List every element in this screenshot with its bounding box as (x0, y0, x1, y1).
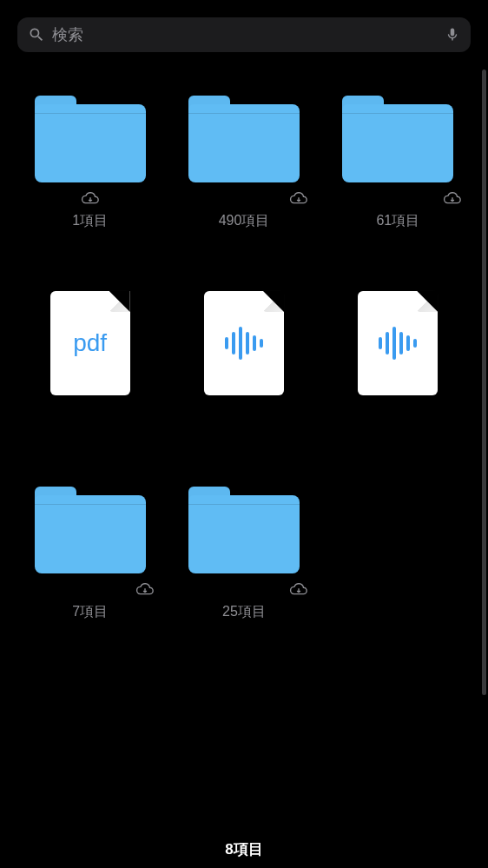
folder-icon (35, 487, 146, 573)
cloud-download-icon (135, 582, 155, 598)
file-item-pdf[interactable]: pdf (17, 291, 162, 443)
empty-cell (326, 487, 471, 639)
folder-item[interactable]: 25項目 (171, 487, 316, 639)
folder-item[interactable]: 490項目 (171, 96, 316, 248)
folder-icon (188, 487, 300, 573)
item-count-footer: 8項目 (0, 831, 488, 868)
file-item-audio[interactable] (326, 291, 471, 443)
cloud-download-icon (443, 191, 462, 207)
folder-icon (35, 96, 146, 182)
cloud-download-icon (81, 191, 100, 207)
scrollbar-track (482, 70, 486, 834)
files-grid: 1項目 490項目 (17, 96, 471, 639)
audio-file-icon (358, 291, 438, 395)
folder-icon (342, 96, 453, 182)
waveform-icon (225, 327, 263, 360)
waveform-icon (379, 327, 417, 360)
scrollbar-thumb[interactable] (482, 70, 486, 695)
cloud-download-icon (289, 582, 308, 598)
file-item-audio[interactable] (171, 291, 316, 443)
pdf-label: pdf (73, 329, 107, 357)
folder-item[interactable]: 7項目 (17, 487, 162, 639)
files-grid-container[interactable]: 1項目 490項目 (0, 61, 488, 817)
folder-item[interactable]: 1項目 (17, 96, 162, 248)
item-subtitle: 25項目 (222, 603, 266, 621)
search-bar[interactable] (17, 17, 471, 52)
search-input[interactable] (52, 26, 445, 44)
item-subtitle: 1項目 (72, 212, 108, 230)
item-subtitle: 490項目 (219, 212, 270, 230)
item-subtitle: 7項目 (72, 603, 108, 621)
folder-icon (188, 96, 300, 182)
audio-file-icon (204, 291, 284, 395)
pdf-file-icon: pdf (50, 291, 130, 395)
folder-item[interactable]: 61項目 (326, 96, 471, 248)
microphone-icon[interactable] (445, 25, 460, 44)
search-icon (28, 26, 45, 43)
cloud-download-icon (289, 191, 308, 207)
item-subtitle: 61項目 (376, 212, 419, 230)
